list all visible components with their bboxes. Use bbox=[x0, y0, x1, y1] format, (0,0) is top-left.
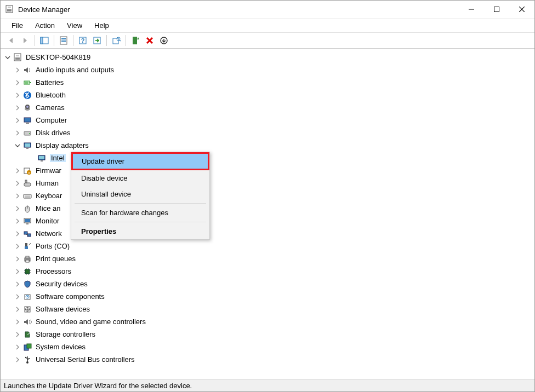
maximize-button[interactable] bbox=[484, 1, 509, 18]
context-menu-item[interactable]: Uninstall device bbox=[71, 186, 209, 202]
category-label: Disk drives bbox=[36, 129, 71, 137]
expander-icon[interactable] bbox=[14, 104, 21, 112]
category-row[interactable]: Processors bbox=[4, 265, 534, 278]
category-label: Security devices bbox=[36, 280, 88, 288]
expander-icon[interactable] bbox=[4, 54, 12, 61]
svg-rect-1 bbox=[7, 9, 12, 11]
category-label: Print queues bbox=[36, 255, 76, 263]
bluetooth-icon bbox=[22, 90, 32, 100]
category-row[interactable]: Computer bbox=[4, 114, 534, 126]
uninstall-device-button[interactable] bbox=[143, 34, 157, 47]
category-row[interactable]: Cameras bbox=[4, 101, 534, 114]
category-row[interactable]: Sound, video and game controllers bbox=[4, 315, 534, 328]
expander-icon[interactable] bbox=[14, 66, 21, 74]
expander-icon[interactable] bbox=[14, 230, 21, 238]
help-button[interactable]: ? bbox=[76, 34, 90, 47]
expander-icon[interactable] bbox=[14, 142, 21, 149]
monitor-icon bbox=[22, 216, 32, 226]
context-menu-item[interactable]: Disable device bbox=[71, 170, 209, 186]
svg-rect-80 bbox=[29, 358, 30, 359]
svg-rect-11 bbox=[61, 41, 66, 42]
svg-rect-10 bbox=[61, 38, 66, 39]
expander-icon[interactable] bbox=[14, 331, 21, 338]
forward-button[interactable] bbox=[18, 34, 32, 47]
svg-point-41 bbox=[27, 170, 31, 175]
display-icon bbox=[22, 141, 32, 151]
category-row[interactable]: Bluetooth bbox=[4, 89, 534, 101]
expander-icon[interactable] bbox=[14, 129, 21, 137]
category-label: Audio inputs and outputs bbox=[36, 66, 114, 74]
svg-rect-55 bbox=[25, 243, 27, 246]
svg-rect-22 bbox=[16, 55, 19, 56]
expander-icon[interactable] bbox=[14, 243, 21, 250]
expander-icon[interactable] bbox=[14, 318, 21, 326]
expander-icon[interactable] bbox=[14, 268, 21, 275]
expander-icon[interactable] bbox=[14, 280, 21, 288]
device-tree[interactable]: DESKTOP-504K819 Audio inputs and outputs… bbox=[1, 49, 534, 379]
category-row[interactable]: Ports (CO) bbox=[4, 240, 534, 252]
mouse-icon bbox=[22, 204, 32, 214]
context-menu-item[interactable]: Properties bbox=[71, 223, 209, 239]
category-row[interactable]: Display adapters bbox=[4, 139, 534, 152]
system-icon bbox=[22, 342, 32, 352]
category-row[interactable]: Universal Serial Bus controllers bbox=[4, 353, 534, 366]
category-row[interactable]: Audio inputs and outputs bbox=[4, 64, 534, 76]
expander-icon[interactable] bbox=[14, 356, 21, 364]
sw-dev-icon bbox=[22, 304, 32, 314]
category-row[interactable]: Security devices bbox=[4, 278, 534, 290]
svg-rect-15 bbox=[113, 38, 118, 44]
category-row[interactable]: Software devices bbox=[4, 303, 534, 315]
menu-help[interactable]: Help bbox=[89, 19, 115, 32]
disable-device-button[interactable] bbox=[157, 34, 171, 47]
category-row[interactable]: System devices bbox=[4, 341, 534, 353]
menu-file[interactable]: File bbox=[6, 19, 29, 32]
expander-icon[interactable] bbox=[14, 192, 21, 200]
keyboard-icon bbox=[22, 191, 32, 201]
expander-icon[interactable] bbox=[14, 217, 21, 225]
expander-icon[interactable] bbox=[14, 255, 21, 263]
expander-icon[interactable] bbox=[14, 117, 21, 124]
menu-action[interactable]: Action bbox=[30, 19, 60, 32]
context-menu-item[interactable]: Update driver bbox=[71, 152, 209, 170]
category-row[interactable]: Storage controllers bbox=[4, 328, 534, 341]
svg-point-71 bbox=[27, 296, 28, 297]
category-row[interactable]: Batteries bbox=[4, 76, 534, 89]
svg-rect-31 bbox=[26, 123, 29, 124]
svg-rect-4 bbox=[494, 7, 499, 12]
close-button[interactable] bbox=[509, 1, 534, 18]
svg-rect-24 bbox=[30, 82, 31, 83]
category-label: Universal Serial Bus controllers bbox=[36, 355, 135, 364]
category-label: Display adapters bbox=[36, 141, 89, 149]
expander-icon[interactable] bbox=[14, 305, 21, 313]
expander-icon[interactable] bbox=[14, 293, 21, 301]
display-icon bbox=[37, 153, 47, 163]
expander-icon[interactable] bbox=[14, 79, 21, 87]
expander-icon[interactable] bbox=[14, 180, 21, 187]
expander-icon[interactable] bbox=[14, 91, 21, 99]
titlebar: Device Manager bbox=[1, 1, 534, 18]
app-icon bbox=[5, 5, 14, 14]
update-driver-button[interactable] bbox=[128, 34, 143, 47]
category-label: Bluetooth bbox=[36, 91, 66, 99]
expander-icon[interactable] bbox=[14, 205, 21, 212]
window-title: Device Manager bbox=[18, 5, 459, 14]
svg-rect-59 bbox=[26, 260, 29, 262]
svg-rect-30 bbox=[24, 118, 31, 122]
menu-view[interactable]: View bbox=[61, 19, 88, 32]
context-menu-item[interactable]: Scan for hardware changes bbox=[71, 205, 209, 221]
minimize-button[interactable] bbox=[459, 1, 484, 18]
action-button[interactable] bbox=[90, 34, 104, 47]
category-row[interactable]: Software components bbox=[4, 290, 534, 303]
tree-root-row[interactable]: DESKTOP-504K819 bbox=[4, 51, 534, 64]
svg-rect-42 bbox=[24, 183, 31, 186]
usb-icon bbox=[22, 355, 32, 365]
scan-hardware-button[interactable] bbox=[109, 34, 123, 47]
back-button[interactable] bbox=[4, 34, 18, 47]
category-label: Network bbox=[36, 229, 62, 238]
category-row[interactable]: Print queues bbox=[4, 252, 534, 265]
expander-icon[interactable] bbox=[14, 167, 21, 175]
show-hide-console-tree-button[interactable] bbox=[37, 34, 52, 47]
expander-icon[interactable] bbox=[14, 343, 21, 351]
properties-button[interactable] bbox=[56, 34, 71, 47]
category-row[interactable]: Disk drives bbox=[4, 126, 534, 139]
